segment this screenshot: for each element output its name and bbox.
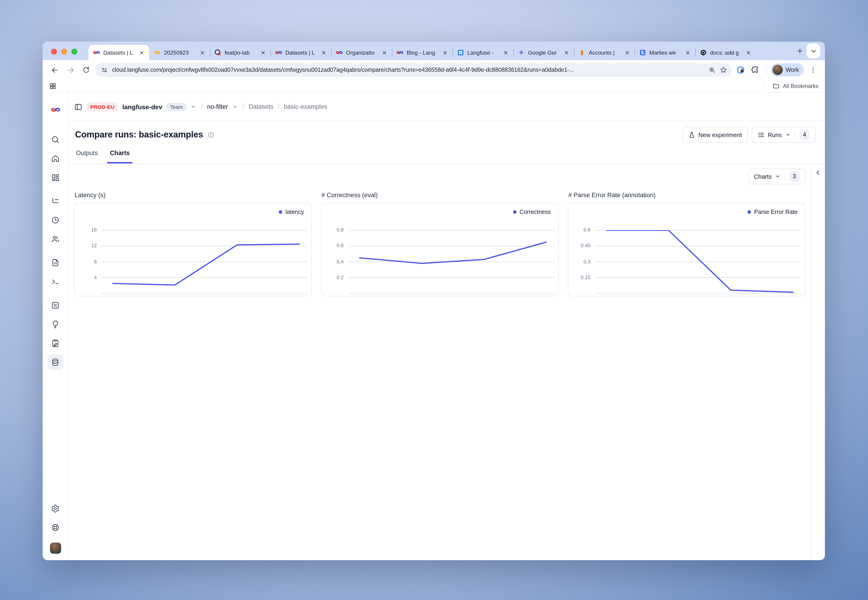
line-plot <box>595 230 801 294</box>
zoom-icon[interactable] <box>709 67 716 73</box>
tab-close-icon[interactable] <box>502 49 510 56</box>
desktop-background: Datasets | L20250923feat(io-tabDatasets … <box>0 0 868 600</box>
tab-charts[interactable]: Charts <box>109 148 131 164</box>
bookmarks-divider <box>763 82 764 89</box>
new-experiment-button[interactable]: New experiment <box>682 127 748 142</box>
environment-badge: PROD-EU <box>86 102 118 111</box>
sidebar-evaluation-icon[interactable] <box>47 297 63 313</box>
tab-close-icon[interactable] <box>563 49 570 56</box>
sidebar-search-icon[interactable] <box>47 132 63 147</box>
breadcrumb-project[interactable]: no-filter <box>207 103 228 110</box>
charts-filter-button[interactable]: Charts 3 <box>748 168 806 184</box>
tab-title: Datasets | L <box>285 49 317 56</box>
tab-close-icon[interactable] <box>381 49 388 56</box>
tabs-container: Datasets | L20250923feat(io-tabDatasets … <box>88 42 791 60</box>
browser-tab-6[interactable]: Blog - Lang <box>392 45 452 60</box>
tab-search-chevron-button[interactable] <box>806 44 820 58</box>
tab-close-icon[interactable] <box>624 49 631 56</box>
extensions-puzzle-icon[interactable] <box>750 64 762 76</box>
tab-outputs[interactable]: Outputs <box>75 148 99 164</box>
tab-close-icon[interactable] <box>320 49 328 56</box>
tab-title: feat(io-tab <box>225 49 256 56</box>
tab-close-icon[interactable] <box>442 49 449 56</box>
sidebar-settings-gear-icon[interactable] <box>47 500 63 516</box>
calendar-icon: 6 <box>457 49 464 56</box>
sidebar-home-icon[interactable] <box>47 150 63 166</box>
gemini-icon <box>518 49 525 56</box>
browser-tab-2[interactable]: 20250923 <box>149 45 210 60</box>
sidebar-prompts-file-icon[interactable] <box>47 255 63 270</box>
sidebar-datasets-database-icon[interactable] <box>47 354 63 370</box>
langfuse-logo[interactable] <box>51 105 60 114</box>
browser-tab-4[interactable]: Datasets | L <box>270 45 331 60</box>
project-chevron-icon[interactable] <box>232 104 238 110</box>
browser-tab-7[interactable]: 6Langfuse - <box>452 45 513 60</box>
charts-grid: Latency (s) latency 161284 # Correctness… <box>74 192 806 296</box>
chart-legend: Parse Error Rate <box>748 209 798 215</box>
close-window-button[interactable] <box>51 48 57 55</box>
browser-tab-5[interactable]: Organizatio <box>331 45 392 60</box>
chart-card: latency 161284 <box>74 203 312 296</box>
tab-groups-grid-icon[interactable] <box>49 82 56 89</box>
browser-tab-1[interactable]: Datasets | L <box>88 45 149 60</box>
sidebar-tracing-icon[interactable] <box>47 193 63 209</box>
charts-panel: Charts 3 Latency (s) latency <box>68 164 811 560</box>
runs-selector-button[interactable]: Runs 4 <box>751 127 816 142</box>
sidebar-toggle-icon[interactable] <box>74 103 82 111</box>
forward-button[interactable] <box>64 64 77 76</box>
tab-close-icon[interactable] <box>199 49 206 56</box>
chart-block-correctness: # Correctness (eval) Correctness 0.80.60… <box>321 192 558 296</box>
tab-close-icon[interactable] <box>684 49 692 56</box>
folder-icon <box>773 82 780 89</box>
address-bar[interactable]: cloud.langfuse.com/project/cmfwgv8fx002o… <box>96 63 732 77</box>
sidebar-annotation-clipboard-icon[interactable] <box>47 335 63 351</box>
sidebar-insights-bulb-icon[interactable] <box>47 316 63 332</box>
browser-tab-10[interactable]: Marlies we <box>634 45 695 60</box>
legend-dot-icon <box>279 210 282 214</box>
browser-tab-3[interactable]: feat(io-tab <box>210 45 270 60</box>
breadcrumb-datasets-link[interactable]: Datasets <box>249 103 273 110</box>
sidebar-dashboard-icon[interactable] <box>47 170 63 185</box>
right-panel-rail <box>811 164 825 560</box>
tab-close-icon[interactable] <box>745 49 752 56</box>
breadcrumb-separator: / <box>278 102 279 111</box>
minimize-window-button[interactable] <box>61 48 67 55</box>
org-chevron-icon[interactable] <box>191 104 197 110</box>
breadcrumb-separator: / <box>201 102 203 111</box>
sidebar-playground-terminal-icon[interactable] <box>47 274 63 289</box>
info-icon[interactable] <box>208 131 215 138</box>
browser-tab-8[interactable]: Google Ger <box>513 45 574 60</box>
line-plot <box>102 230 308 294</box>
reload-button[interactable] <box>80 64 93 76</box>
all-bookmarks[interactable]: All Bookmarks <box>763 82 818 89</box>
site-info-icon[interactable] <box>101 67 108 73</box>
profile-avatar <box>772 65 783 75</box>
fullscreen-window-button[interactable] <box>71 48 77 55</box>
collapse-panel-chevron-icon[interactable] <box>815 170 821 177</box>
legend-label: Parse Error Rate <box>754 209 798 215</box>
browser-menu-icon[interactable] <box>806 64 819 76</box>
tab-close-icon[interactable] <box>138 49 146 56</box>
sidebar-support-lifebuoy-icon[interactable] <box>47 520 63 535</box>
breadcrumb-separator: / <box>242 102 244 111</box>
breadcrumb-org[interactable]: langfuse-dev <box>122 103 162 111</box>
extension-lock-icon[interactable] <box>734 64 747 76</box>
breadcrumb-dataset-name[interactable]: basic-examples <box>284 103 328 110</box>
y-tick-label: 0.15 <box>568 274 590 280</box>
user-avatar[interactable] <box>50 542 61 554</box>
bookmark-star-icon[interactable] <box>720 66 727 74</box>
profile-chip[interactable]: Work <box>771 64 804 76</box>
tab-close-icon[interactable] <box>259 49 267 56</box>
browser-tab-9[interactable]: Accounts | <box>574 45 634 60</box>
new-tab-button[interactable] <box>794 44 806 58</box>
y-tick-label: 8 <box>74 259 97 264</box>
back-button[interactable] <box>48 64 61 76</box>
browser-tab-11[interactable]: docs: add g <box>695 45 756 60</box>
sidebar-sessions-clock-icon[interactable] <box>47 212 63 228</box>
flask-icon <box>688 131 695 138</box>
org-type-badge: Team <box>167 103 187 111</box>
svg-text:6: 6 <box>460 51 461 55</box>
sidebar-users-icon[interactable] <box>47 231 63 247</box>
all-bookmarks-label: All Bookmarks <box>783 83 818 89</box>
url-text[interactable]: cloud.langfuse.com/project/cmfwgv8fx002o… <box>112 67 704 73</box>
